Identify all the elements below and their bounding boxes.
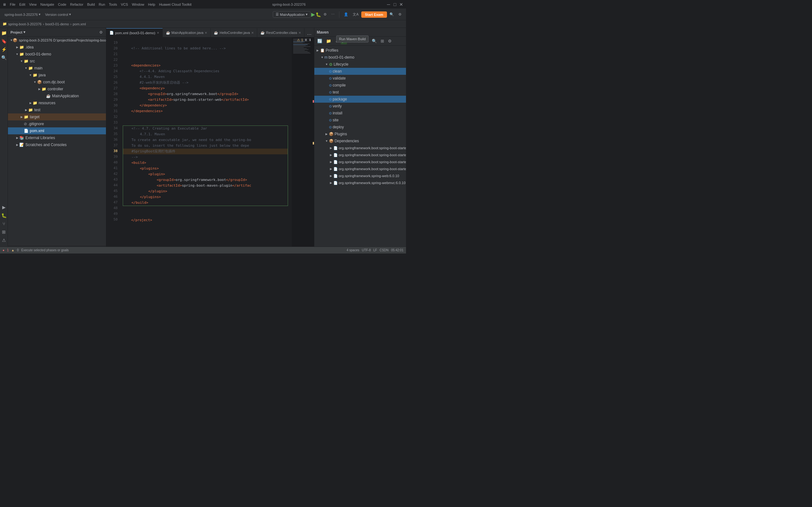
tree-scratches[interactable]: ▶ 📝 Scratches and Consoles [8,141,106,148]
tab-pom-xml[interactable]: 📄 pom.xml (boot3-01-demo) ✕ [106,28,163,37]
settings-button[interactable]: ⚙ [397,11,403,18]
menu-run[interactable]: Run [99,3,105,6]
gear-icon[interactable]: ⚙ [99,30,103,35]
tree-src[interactable]: ▼ 📁 src [8,58,106,65]
run-icon[interactable]: ▶ [0,204,8,211]
account-button[interactable]: 👤 [342,11,350,18]
maven-dep-spring-web[interactable]: ▶ 📄 org.springframework.spring-web:6.0.1… [314,172,406,179]
warning-count[interactable]: 0 [17,248,19,252]
maven-verify[interactable]: ⊙ verify [314,103,406,110]
close-button[interactable]: ✕ [399,2,403,7]
more-run-options[interactable]: ⋯ [329,11,337,18]
menu-navigate[interactable]: Navigate [40,3,54,6]
menu-window[interactable]: Window [132,3,144,6]
error-count[interactable]: 1 [7,248,9,252]
maven-refresh-button[interactable]: 🔄 [316,38,324,44]
menu-tools[interactable]: Tools [109,3,117,6]
breadcrumb-part2[interactable]: boot3-01-demo [45,22,69,26]
tree-target[interactable]: ▶ 📁 target [8,113,106,120]
maven-validate[interactable]: ⊙ validate [314,75,406,82]
run-button[interactable]: ▶ [311,11,315,17]
maven-settings-button[interactable]: ⚙ [386,38,393,44]
terminal-icon[interactable]: ⊞ [0,228,8,236]
tree-pom[interactable]: ▶ 📄 pom.xml [8,127,106,134]
tab-hello-ctrl[interactable]: ☕ HelloController.java ✕ [211,28,257,37]
menu-code[interactable]: Code [58,3,66,6]
git-branch-indicator[interactable]: CSDN [380,248,389,252]
problems-icon[interactable]: ⚠ [0,236,8,244]
tree-package[interactable]: ▼ 📦 com.djc.boot [8,78,106,86]
translate-button[interactable]: 文A [351,11,360,18]
tabs-more-button[interactable]: ⋯ [305,32,314,37]
maven-site[interactable]: ⊙ site [314,117,406,124]
maven-dependencies[interactable]: ▼ 📦 Dependencies [314,137,406,145]
main-app-tab-close[interactable]: ✕ [205,31,207,35]
menu-edit[interactable]: Edit [19,3,26,6]
maven-profiles[interactable]: ▶ 📋 Profiles [314,47,406,54]
hello-ctrl-tab-close[interactable]: ✕ [251,31,254,35]
debug-icon[interactable]: 🐛 [0,212,8,219]
git-icon[interactable]: ⑂ [0,220,8,228]
coverage-button[interactable]: ⚙ [322,11,328,18]
code-editor[interactable]: ⚠ 1 ⬆ ⬇ 1920212223 2425262728 2930313233… [106,38,314,246]
run-configuration[interactable]: ☰ MainApplication ▾ [273,11,311,18]
maven-boot3-demo[interactable]: ▼ m boot3-01-demo [314,54,406,61]
tree-resources[interactable]: ▶ 📁 resources [8,100,106,107]
tree-boot3[interactable]: ▼ 📁 boot3-01-demo [8,51,106,58]
minimize-button[interactable]: ─ [386,2,391,7]
maven-tree-button[interactable]: ⊞ [379,38,386,44]
expand-icon[interactable]: ⬆ [305,38,307,42]
maven-dep-starter[interactable]: ▶ 📄 org.springframework.boot:spring-boot… [314,152,406,158]
maven-add-button[interactable]: 📁 [324,38,333,44]
collapse-icon[interactable]: ⬇ [309,38,311,42]
project-dropdown-icon[interactable]: ▾ [23,30,26,34]
menu-help[interactable]: Help [148,3,155,6]
tree-controller[interactable]: ▶ 📁 controller [8,86,106,93]
project-name-button[interactable]: spring-boot-3-202376 ▾ [3,11,43,18]
version-control-button[interactable]: Version control ▾ [43,11,73,18]
tree-main[interactable]: ▼ 📁 main [8,65,106,72]
debug-button[interactable]: 🐛 [316,12,321,17]
rest-ctrl-tab-close[interactable]: ✕ [299,31,301,35]
maven-plugins[interactable]: ▶ 📦 Plugins [314,130,406,137]
tree-external-libs[interactable]: ▶ 📚 External Libraries [8,134,106,141]
tree-test[interactable]: ▶ 📁 test [8,107,106,113]
search-button[interactable]: 🔍 [388,11,396,18]
tab-rest-ctrl[interactable]: ☕ RestController.class ✕ [257,28,305,37]
menu-vcs[interactable]: VCS [121,3,128,6]
maven-package[interactable]: ⊙ package [314,96,406,103]
maven-install[interactable]: ⊙ install [314,110,406,117]
encoding-indicator[interactable]: UTF-8 [362,248,371,252]
search-icon[interactable]: 🔍 [0,54,8,61]
maven-test[interactable]: ⊙ test [314,89,406,96]
maven-compile[interactable]: ⊙ compile [314,82,406,89]
maven-dep-webmvc[interactable]: ▶ 📄 org.springframework.spring-webmvc:6.… [314,179,406,186]
maven-clean[interactable]: ⊙ clean [314,68,406,75]
maven-dep-starter-web[interactable]: ▶ 📄 org.springframework.boot:spring-boot… [314,145,406,152]
menu-build[interactable]: Build [87,3,95,6]
project-icon[interactable]: 📁 [0,29,8,37]
tree-main-app[interactable]: ▶ ☕ MainApplication [8,93,106,100]
bookmark-icon[interactable]: 🔖 [0,38,8,45]
pom-tab-close[interactable]: ✕ [157,31,159,35]
maven-dep-json[interactable]: ▶ 📄 org.springframework.boot:spring-boot… [314,158,406,165]
tree-root[interactable]: ▼ 📦 spring-boot-3-202376 D:\project\Idea… [8,37,106,44]
tree-gitignore[interactable]: ▶ ⊘ .gitignore [8,120,106,127]
tree-idea[interactable]: ▶ 📁 .idea [8,44,106,51]
breadcrumb-part3[interactable]: pom.xml [72,22,86,26]
structure-icon[interactable]: ⚡ [0,46,8,53]
maven-dep-tomcat[interactable]: ▶ 📄 org.springframework.boot:spring-boot… [314,165,406,172]
maven-lifecycle[interactable]: ▼ ⚙ Lifecycle [314,61,406,68]
tab-main-app[interactable]: ☕ MainApplication.java ✕ [163,28,211,37]
menu-refactor[interactable]: Refactor [70,3,84,6]
maven-search-button[interactable]: 🔍 [370,38,378,44]
spaces-indicator[interactable]: 4 spaces [347,248,359,252]
code-content[interactable]: <!-- Additional lines to be added here..… [119,38,292,246]
maven-deploy[interactable]: ⊙ deploy [314,124,406,130]
menu-view[interactable]: View [29,3,37,6]
menu-huawei[interactable]: Huawei Cloud Toolkit [159,3,192,6]
start-exam-button[interactable]: Start Exam [361,11,387,18]
maximize-button[interactable]: □ [393,2,397,7]
breadcrumb-part1[interactable]: spring-boot-3-202376 [8,22,42,26]
menu-file[interactable]: File [10,3,15,6]
